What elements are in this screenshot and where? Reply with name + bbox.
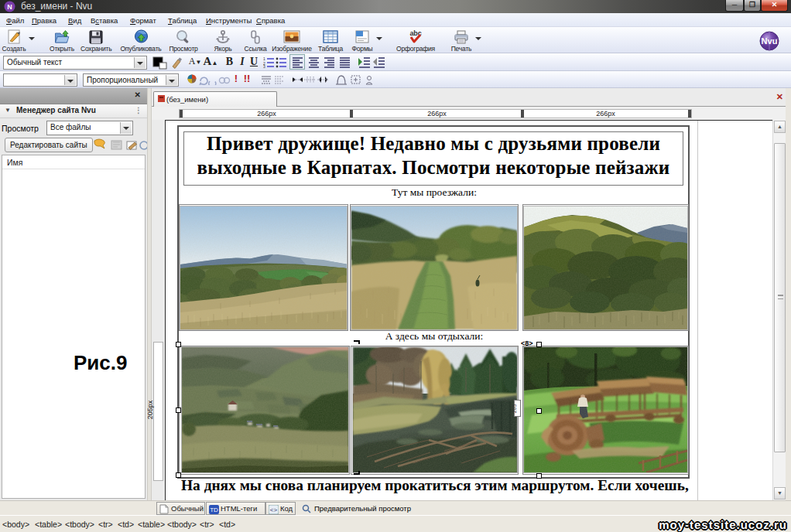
svg-text:TD: TD bbox=[210, 506, 218, 513]
svg-text:3: 3 bbox=[263, 64, 265, 68]
svg-text:Nvu: Nvu bbox=[762, 36, 778, 46]
svg-text:<>: <> bbox=[270, 506, 278, 513]
svg-text:N: N bbox=[7, 3, 12, 11]
